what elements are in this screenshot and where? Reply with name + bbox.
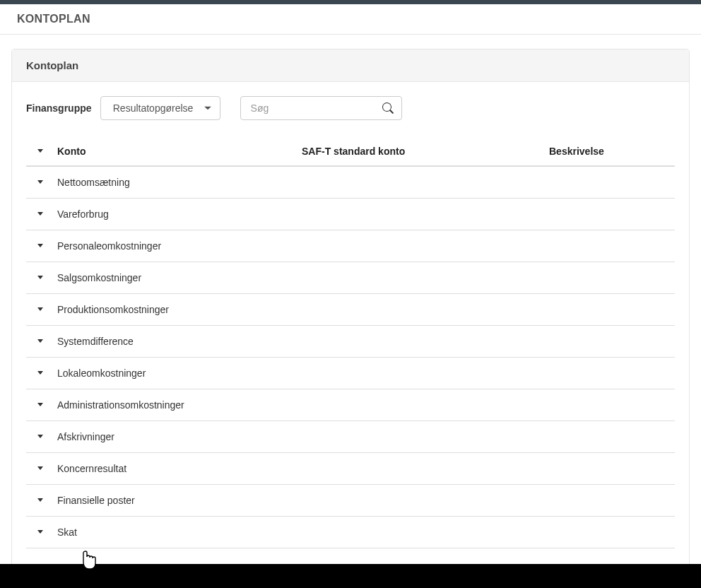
- expand-row-button[interactable]: [33, 302, 47, 317]
- table-row: Vareforbrug: [26, 199, 675, 230]
- expand-row-button[interactable]: [33, 366, 47, 380]
- page-header: KONTOPLAN: [0, 4, 701, 35]
- expand-row-button[interactable]: [33, 271, 47, 285]
- table-row: Administrationsomkostninger: [26, 389, 675, 421]
- expand-row-button[interactable]: [33, 525, 47, 539]
- account-name: Afskrivninger: [54, 431, 302, 442]
- expand-row-button[interactable]: [33, 207, 47, 221]
- chevron-down-icon: [35, 304, 46, 315]
- panel-title: Kontoplan: [26, 59, 675, 71]
- account-name: Koncernresultat: [54, 463, 302, 474]
- chevron-down-icon: [35, 463, 46, 474]
- column-header-beskriv: Beskrivelse: [549, 146, 675, 157]
- account-name: Produktionsomkostninger: [54, 304, 302, 315]
- account-name: Skat: [54, 527, 302, 538]
- table-row: Nettoomsætning: [26, 167, 675, 199]
- panel-body: Finansgruppe Resultatopgørelse: [12, 82, 689, 588]
- expand-row-button[interactable]: [33, 398, 47, 412]
- search-icon: [382, 102, 394, 114]
- chevron-down-icon: [35, 431, 46, 442]
- expand-row-button[interactable]: [33, 430, 47, 444]
- table-header-row: Konto SAF-T standard konto Beskrivelse: [26, 137, 675, 167]
- table-row: Salgsomkostninger: [26, 262, 675, 294]
- page-title: KONTOPLAN: [17, 13, 684, 25]
- expand-all-button[interactable]: [33, 144, 47, 158]
- panel-header: Kontoplan: [12, 49, 689, 82]
- expand-row-button[interactable]: [33, 239, 47, 253]
- account-name: Salgsomkostninger: [54, 272, 302, 283]
- search-button[interactable]: [375, 97, 401, 119]
- table-row: Personaleomkostninger: [26, 230, 675, 262]
- column-header-konto: Konto: [54, 146, 302, 157]
- chevron-down-icon: [35, 272, 46, 283]
- kontoplan-panel: Kontoplan Finansgruppe Resultatopgørelse: [11, 49, 690, 588]
- chevron-down-icon: [35, 495, 46, 506]
- table-row: Produktionsomkostninger: [26, 294, 675, 326]
- account-name: Systemdifference: [54, 336, 302, 347]
- expand-row-button[interactable]: [33, 334, 47, 348]
- finansgruppe-select[interactable]: Resultatopgørelse: [100, 96, 220, 120]
- table-row: Finansielle poster: [26, 485, 675, 517]
- table-row: Systemdifference: [26, 326, 675, 358]
- finansgruppe-label: Finansgruppe: [26, 102, 92, 114]
- account-name: Vareforbrug: [54, 208, 302, 220]
- filter-row: Finansgruppe Resultatopgørelse: [26, 96, 675, 120]
- bottom-band: [0, 564, 701, 588]
- column-header-saf: SAF-T standard konto: [302, 146, 549, 157]
- chevron-down-icon: [35, 527, 46, 538]
- chevron-down-icon: [35, 336, 46, 347]
- chevron-down-icon: [35, 399, 46, 411]
- chevron-down-icon: [35, 146, 46, 157]
- chevron-down-icon: [35, 368, 46, 379]
- expand-row-button[interactable]: [33, 175, 47, 189]
- account-name: Personaleomkostninger: [54, 240, 302, 252]
- account-name: Administrationsomkostninger: [54, 399, 302, 411]
- account-name: Lokaleomkostninger: [54, 368, 302, 379]
- table-row: Afskrivninger: [26, 421, 675, 453]
- chevron-down-icon: [35, 208, 46, 220]
- chevron-down-icon: [35, 240, 46, 252]
- account-name: Nettoomsætning: [54, 177, 302, 188]
- table-row: Skat: [26, 517, 675, 548]
- search-wrapper: [240, 96, 402, 120]
- accounts-table: Konto SAF-T standard konto Beskrivelse N…: [26, 137, 675, 548]
- expand-row-button[interactable]: [33, 493, 47, 507]
- account-name: Finansielle poster: [54, 495, 302, 506]
- finansgruppe-select-wrapper: Resultatopgørelse: [100, 96, 220, 120]
- table-row: Koncernresultat: [26, 453, 675, 485]
- expand-all-cell: [26, 144, 54, 158]
- expand-row-button[interactable]: [33, 461, 47, 476]
- chevron-down-icon: [35, 177, 46, 188]
- table-row: Lokaleomkostninger: [26, 358, 675, 389]
